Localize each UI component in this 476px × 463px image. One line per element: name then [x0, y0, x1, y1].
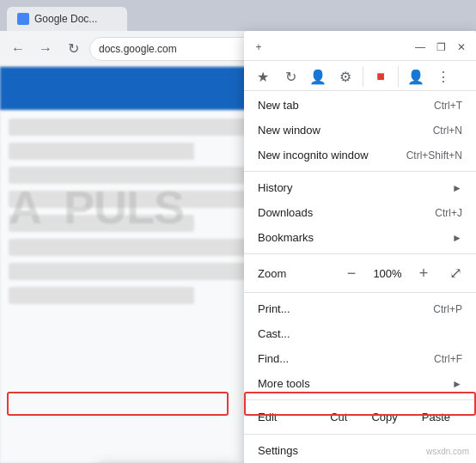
menu-item-new-tab[interactable]: New tab Ctrl+T — [244, 93, 476, 118]
edit-row: Edit Cut Copy Paste — [244, 404, 476, 430]
menu-item-shortcut: Ctrl+N — [433, 125, 462, 137]
menu-item-label: Cast... — [258, 327, 462, 340]
content-row — [9, 287, 194, 304]
profile-toolbar-icon[interactable]: 👤 — [404, 64, 428, 88]
zoom-row: Zoom − 100% + ⤢ — [244, 258, 476, 289]
menu-divider — [244, 253, 476, 254]
back-button[interactable]: ← — [7, 38, 29, 60]
menu-divider — [244, 434, 476, 435]
arrow-icon: ► — [452, 232, 462, 244]
paste-button[interactable]: Paste — [410, 407, 462, 427]
new-tab-button[interactable]: + — [249, 38, 268, 57]
menu-item-new-window[interactable]: New window Ctrl+N — [244, 118, 476, 143]
menu-item-find[interactable]: Find... Ctrl+F — [244, 346, 476, 371]
bookmark-toolbar-icon[interactable]: ★ — [251, 64, 275, 88]
zoom-value: 100% — [370, 267, 405, 280]
forward-button[interactable]: → — [34, 38, 57, 60]
close-button[interactable]: ✕ — [452, 38, 471, 57]
content-row — [9, 239, 256, 256]
menu-item-shortcut: Ctrl+J — [435, 207, 462, 219]
toolbar-divider — [363, 66, 363, 87]
menu-item-label: Bookmarks — [258, 231, 445, 244]
menu-item-label: Find... — [258, 352, 434, 365]
menu-item-more-tools[interactable]: More tools ► — [244, 371, 476, 396]
active-tab[interactable]: Google Doc... — [7, 7, 127, 31]
account-toolbar-icon[interactable]: 👤 — [306, 64, 330, 88]
menu-divider — [244, 171, 476, 172]
menu-item-shortcut: Ctrl+T — [434, 100, 462, 112]
menu-item-label: Downloads — [258, 206, 435, 219]
arrow-icon: ► — [452, 182, 462, 194]
zoom-expand-button[interactable]: ⤢ — [449, 264, 462, 283]
refresh-toolbar-icon[interactable]: ↻ — [278, 64, 302, 88]
menu-topbar: + — ❐ ✕ — [244, 34, 476, 61]
chrome-menu: + — ❐ ✕ ★ ↻ 👤 ⚙ ■ 👤 ⋮ New tab Ctrl+T New… — [244, 31, 476, 463]
menu-item-label: More tools — [258, 377, 445, 390]
menu-item-shortcut: Ctrl+P — [433, 303, 462, 315]
menu-item-cast[interactable]: Cast... — [244, 321, 476, 346]
menu-toolbar: ★ ↻ 👤 ⚙ ■ 👤 ⋮ — [244, 63, 476, 91]
edit-label: Edit — [258, 411, 318, 423]
arrow-icon: ► — [452, 378, 462, 390]
menu-item-label: New incognito window — [258, 149, 406, 161]
menu-item-bookmarks[interactable]: Bookmarks ► — [244, 225, 476, 250]
menu-item-label: New window — [258, 124, 433, 137]
copy-button[interactable]: Copy — [359, 407, 409, 427]
menu-item-shortcut: Ctrl+Shift+N — [406, 149, 462, 161]
tab-bar: Google Doc... — [0, 0, 476, 31]
menu-item-downloads[interactable]: Downloads Ctrl+J — [244, 200, 476, 225]
reload-button[interactable]: ↻ — [62, 38, 84, 60]
menu-item-label: Print... — [258, 302, 433, 315]
tab-label: Google Doc... — [34, 13, 97, 25]
menu-item-incognito[interactable]: New incognito window Ctrl+Shift+N — [244, 143, 476, 168]
minimize-button[interactable]: — — [411, 38, 430, 57]
menu-item-print[interactable]: Print... Ctrl+P — [244, 296, 476, 321]
menu-divider — [244, 399, 476, 400]
zoom-plus-button[interactable]: + — [412, 261, 436, 285]
zoom-minus-button[interactable]: − — [339, 261, 363, 285]
watermark: wsxdn.com — [426, 447, 469, 456]
more-toolbar-icon[interactable]: ⋮ — [431, 64, 455, 88]
cut-button[interactable]: Cut — [318, 407, 359, 427]
zoom-label: Zoom — [258, 267, 333, 280]
menu-item-shortcut: Ctrl+F — [434, 353, 462, 365]
appuals-logo: A PULS — [9, 180, 184, 234]
menu-divider — [244, 292, 476, 293]
content-row — [9, 143, 194, 160]
menu-item-label: History — [258, 181, 445, 194]
theme-toolbar-icon[interactable]: ■ — [369, 64, 393, 88]
tab-favicon — [17, 13, 29, 25]
address-text: docs.google.com — [99, 43, 177, 55]
settings-toolbar-icon[interactable]: ⚙ — [333, 64, 357, 88]
toolbar-divider2 — [398, 66, 399, 87]
restore-button[interactable]: ❐ — [431, 38, 450, 57]
menu-item-history[interactable]: History ► — [244, 175, 476, 200]
menu-item-label: New tab — [258, 99, 434, 112]
